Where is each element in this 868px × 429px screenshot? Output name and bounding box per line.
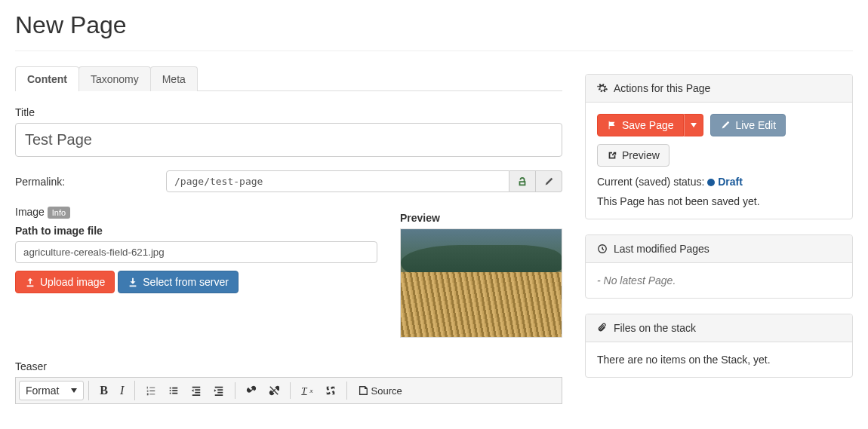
- actions-panel: Actions for this Page Save Page Live Edi…: [585, 74, 853, 219]
- remove-format-button[interactable]: Tx: [295, 382, 319, 400]
- save-page-label: Save Page: [622, 119, 674, 131]
- upload-icon: [25, 277, 35, 287]
- not-saved-text: This Page has not been saved yet.: [597, 195, 841, 207]
- maximize-icon: [325, 385, 336, 396]
- info-badge[interactable]: Info: [48, 207, 70, 219]
- flag-icon: [607, 120, 617, 130]
- source-button[interactable]: Source: [352, 382, 408, 400]
- source-icon: [358, 385, 368, 396]
- select-from-server-button[interactable]: Select from server: [118, 271, 239, 293]
- unlink-icon: [269, 385, 279, 396]
- indent-icon: [214, 385, 224, 396]
- italic-button[interactable]: I: [114, 381, 130, 400]
- bullet-list-icon: [168, 385, 179, 396]
- link-button[interactable]: [240, 382, 263, 399]
- no-latest-page-text: - No latest Page.: [597, 274, 676, 287]
- indent-button[interactable]: [208, 382, 230, 399]
- pencil-icon: [543, 176, 554, 187]
- tab-content[interactable]: Content: [15, 66, 79, 91]
- status-label: Current (saved) status:: [597, 176, 704, 188]
- pencil-icon: [720, 120, 731, 130]
- image-label: Image: [15, 206, 45, 218]
- numbered-list-button[interactable]: [140, 382, 162, 399]
- source-label: Source: [371, 385, 402, 397]
- chevron-down-icon: [691, 123, 697, 127]
- last-modified-panel: Last modified Pages - No latest Page.: [585, 234, 853, 299]
- permalink-lock-button[interactable]: [509, 170, 536, 192]
- files-stack-empty-text: There are no items on the Stack, yet.: [597, 354, 771, 366]
- bullet-list-button[interactable]: [162, 382, 185, 399]
- editor-toolbar: Format B I: [15, 377, 562, 404]
- actions-panel-title: Actions for this Page: [614, 82, 710, 94]
- tabs: Content Taxonomy Meta: [15, 66, 562, 91]
- status-dot-icon: [707, 179, 715, 186]
- numbered-list-icon: [146, 385, 156, 396]
- permalink-label: Permalink:: [15, 176, 159, 188]
- clock-icon: [597, 244, 608, 254]
- live-edit-label: Live Edit: [735, 119, 776, 131]
- maximize-button[interactable]: [319, 382, 342, 400]
- upload-image-button[interactable]: Upload image: [15, 271, 115, 293]
- permalink-edit-button[interactable]: [536, 170, 562, 192]
- format-dropdown[interactable]: Format: [19, 381, 84, 400]
- status-value-link[interactable]: Draft: [718, 176, 743, 188]
- files-stack-title: Files on the stack: [614, 322, 696, 334]
- last-modified-title: Last modified Pages: [614, 243, 709, 255]
- image-path-input[interactable]: [15, 241, 377, 263]
- preview-button[interactable]: Preview: [597, 144, 669, 167]
- image-path-label: Path to image file: [15, 225, 377, 237]
- format-label: Format: [26, 385, 59, 397]
- files-stack-panel: Files on the stack There are no items on…: [585, 314, 853, 378]
- page-title: New Page: [15, 11, 853, 39]
- tab-taxonomy[interactable]: Taxonomy: [78, 66, 151, 91]
- divider: [15, 51, 853, 51]
- save-page-dropdown[interactable]: [684, 114, 703, 136]
- image-preview: [400, 228, 562, 338]
- unlink-button[interactable]: [263, 382, 285, 399]
- paperclip-icon: [597, 323, 608, 333]
- outdent-icon: [191, 385, 202, 396]
- tab-meta[interactable]: Meta: [150, 66, 198, 91]
- chevron-down-icon: [71, 388, 77, 393]
- title-input[interactable]: [15, 123, 562, 157]
- save-page-button[interactable]: Save Page: [597, 114, 684, 136]
- external-link-icon: [607, 150, 617, 161]
- title-label: Title: [15, 106, 562, 118]
- teaser-label: Teaser: [15, 360, 562, 372]
- permalink-input[interactable]: [166, 170, 509, 192]
- preview-button-label: Preview: [622, 149, 660, 161]
- download-icon: [128, 277, 138, 287]
- select-from-server-label: Select from server: [143, 276, 229, 288]
- live-edit-button[interactable]: Live Edit: [710, 114, 786, 136]
- link-icon: [246, 385, 257, 396]
- preview-label: Preview: [400, 212, 562, 224]
- bold-button[interactable]: B: [94, 381, 114, 400]
- outdent-button[interactable]: [185, 382, 208, 399]
- gear-icon: [597, 83, 608, 93]
- upload-image-label: Upload image: [40, 276, 105, 288]
- unlock-icon: [517, 176, 528, 187]
